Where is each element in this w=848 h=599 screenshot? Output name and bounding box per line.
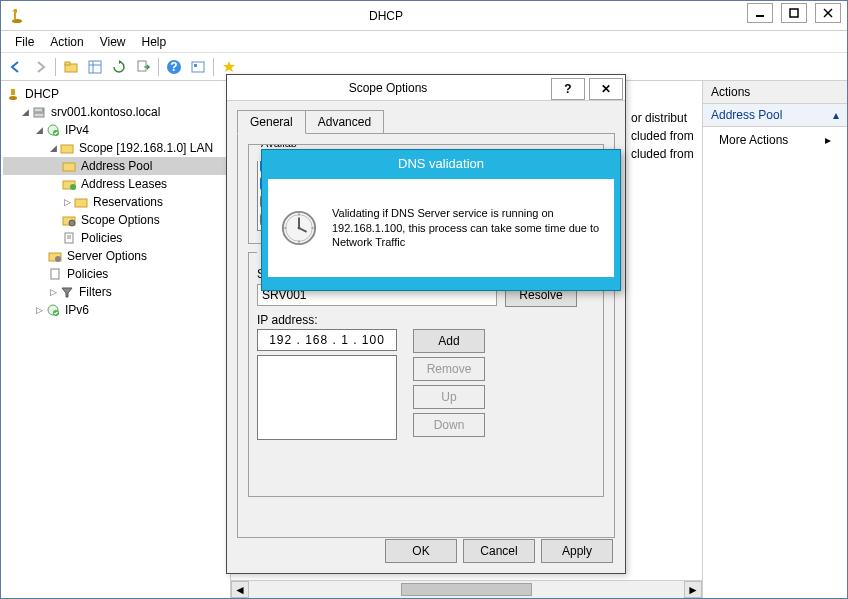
content-text: cluded from: [631, 147, 694, 161]
svg-rect-7: [65, 62, 70, 65]
tree-server[interactable]: ◢ srv001.kontoso.local: [3, 103, 228, 121]
chevron-right-icon: ▸: [825, 133, 831, 147]
collapse-icon[interactable]: ◢: [19, 107, 31, 117]
cancel-button[interactable]: Cancel: [463, 539, 535, 563]
toolbar-btn-8[interactable]: [187, 56, 209, 78]
tree-root[interactable]: DHCP: [3, 85, 228, 103]
tab-general[interactable]: General: [237, 110, 306, 134]
back-button[interactable]: [5, 56, 27, 78]
tree-policies-2[interactable]: Policies: [3, 265, 228, 283]
menu-help[interactable]: Help: [134, 33, 175, 51]
remove-button[interactable]: Remove: [413, 357, 485, 381]
up-button[interactable]: Up: [413, 385, 485, 409]
collapse-icon[interactable]: ◢: [33, 125, 45, 135]
tree-scope-options[interactable]: Scope Options: [3, 211, 228, 229]
tree-policies[interactable]: Policies: [3, 229, 228, 247]
server-icon: [31, 104, 47, 120]
minimize-button[interactable]: [747, 3, 773, 23]
dialog-titlebar[interactable]: Scope Options ? ✕: [227, 75, 625, 101]
horizontal-scrollbar[interactable]: ◄ ►: [231, 580, 702, 598]
expand-icon[interactable]: ▷: [33, 305, 45, 315]
add-button[interactable]: Add: [413, 329, 485, 353]
ipv6-icon: [45, 302, 61, 318]
forward-button[interactable]: [29, 56, 51, 78]
menu-view[interactable]: View: [92, 33, 134, 51]
menu-file[interactable]: File: [7, 33, 42, 51]
actions-more[interactable]: More Actions ▸: [703, 127, 847, 153]
folder-button[interactable]: [60, 56, 82, 78]
export-button[interactable]: [132, 56, 154, 78]
titlebar: DHCP: [1, 1, 847, 31]
clock-icon: [280, 209, 318, 247]
dns-validation-dialog: DNS validation Validating if DNS Server …: [261, 149, 621, 291]
svg-rect-24: [63, 163, 75, 171]
tree-ipv4[interactable]: ◢ IPv4: [3, 121, 228, 139]
tree-scope[interactable]: ◢ Scope [192.168.1.0] LAN: [3, 139, 228, 157]
dialog-close-button[interactable]: ✕: [589, 78, 623, 100]
tree-address-pool[interactable]: Address Pool: [3, 157, 228, 175]
refresh-button[interactable]: [108, 56, 130, 78]
scroll-right-button[interactable]: ►: [684, 581, 702, 598]
dialog-title: Scope Options: [227, 81, 549, 95]
tree-reservations[interactable]: ▷ Reservations: [3, 193, 228, 211]
ok-button[interactable]: OK: [385, 539, 457, 563]
app-icon: [9, 8, 25, 24]
svg-rect-16: [11, 89, 15, 95]
dns-message: Validating if DNS Server service is runn…: [332, 206, 602, 251]
options-icon: [47, 248, 63, 264]
actions-header: Actions: [703, 81, 847, 104]
help-button[interactable]: ?: [163, 56, 185, 78]
filter-icon: [59, 284, 75, 300]
scroll-thumb[interactable]: [401, 583, 532, 596]
svg-point-29: [69, 220, 75, 226]
expand-icon[interactable]: ▷: [47, 287, 59, 297]
folder-icon: [59, 140, 75, 156]
scroll-left-button[interactable]: ◄: [231, 581, 249, 598]
tree-filters[interactable]: ▷ Filters: [3, 283, 228, 301]
apply-button[interactable]: Apply: [541, 539, 613, 563]
menu-action[interactable]: Action: [42, 33, 91, 51]
content-text: or distribut: [631, 111, 687, 125]
ip-list[interactable]: [257, 355, 397, 440]
collapse-icon[interactable]: ▴: [833, 108, 839, 122]
actions-section[interactable]: Address Pool ▴: [703, 104, 847, 127]
svg-rect-14: [192, 62, 204, 72]
svg-rect-27: [75, 199, 87, 207]
actions-more-label: More Actions: [719, 133, 788, 147]
svg-point-1: [12, 19, 22, 23]
tree-server-options[interactable]: Server Options: [3, 247, 228, 265]
folder-icon: [73, 194, 89, 210]
scroll-track[interactable]: [249, 581, 684, 598]
maximize-button[interactable]: [781, 3, 807, 23]
folder-icon: [61, 158, 77, 174]
svg-point-34: [55, 256, 61, 262]
dns-dialog-title: DNS validation: [262, 150, 620, 179]
window-controls: [747, 1, 847, 30]
svg-point-42: [298, 227, 301, 230]
ip-address-input[interactable]: 192 . 168 . 1 . 100: [257, 329, 397, 351]
svg-rect-15: [194, 64, 197, 67]
close-button[interactable]: [815, 3, 841, 23]
tree-address-leases[interactable]: Address Leases: [3, 175, 228, 193]
actions-pane: Actions Address Pool ▴ More Actions ▸: [702, 81, 847, 598]
ipv4-icon: [45, 122, 61, 138]
svg-point-26: [70, 184, 76, 190]
expand-icon[interactable]: ▷: [61, 197, 73, 207]
svg-rect-35: [51, 269, 59, 279]
tree-ipv6[interactable]: ▷ IPv6: [3, 301, 228, 319]
policies-icon: [47, 266, 63, 282]
svg-rect-19: [34, 113, 44, 117]
tab-advanced[interactable]: Advanced: [305, 110, 384, 134]
down-button[interactable]: Down: [413, 413, 485, 437]
svg-rect-23: [61, 145, 73, 153]
collapse-icon[interactable]: ◢: [47, 143, 59, 153]
options-icon: [61, 212, 77, 228]
folder-icon: [61, 176, 77, 192]
menubar: File Action View Help: [1, 31, 847, 53]
svg-point-20: [42, 109, 44, 111]
tabs: General Advanced: [237, 109, 615, 133]
dialog-help-button[interactable]: ?: [551, 78, 585, 100]
view-button[interactable]: [84, 56, 106, 78]
trophy-icon: [5, 86, 21, 102]
actions-section-label: Address Pool: [711, 108, 782, 122]
